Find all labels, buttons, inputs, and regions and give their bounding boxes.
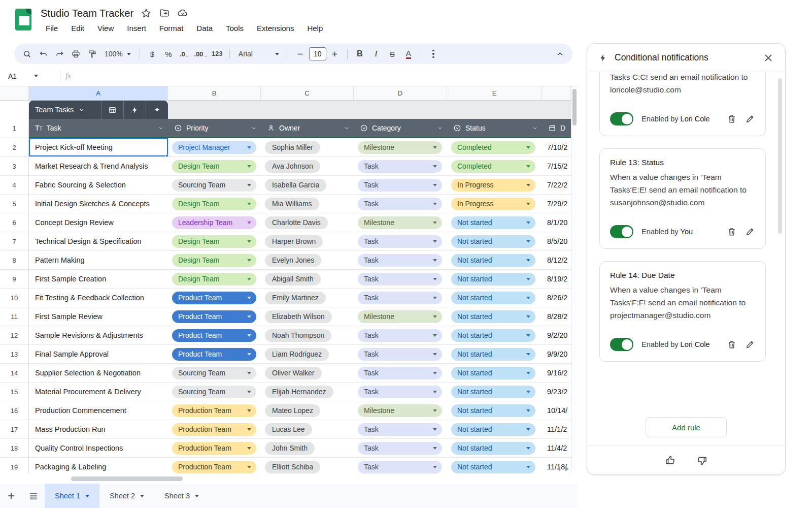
- owner-cell[interactable]: Liam Rodriguez: [261, 345, 354, 363]
- priority-cell[interactable]: Sourcing Team: [168, 383, 261, 401]
- owner-chip[interactable]: Evelyn Jones: [265, 254, 321, 267]
- percent-format-button[interactable]: %: [161, 46, 176, 61]
- due-date-cell[interactable]: 8/28/2: [542, 307, 571, 326]
- name-box[interactable]: A1: [0, 72, 55, 80]
- category-chip[interactable]: Task: [358, 348, 442, 361]
- table-name[interactable]: Team Tasks: [29, 101, 101, 119]
- row-number[interactable]: 3: [0, 157, 29, 175]
- status-chip[interactable]: Not started: [451, 216, 535, 229]
- row-number[interactable]: 10: [0, 289, 29, 307]
- task-cell[interactable]: Quality Control Inspections: [29, 439, 168, 457]
- owner-chip[interactable]: Elijah Hernandez: [265, 386, 333, 398]
- status-chip[interactable]: Completed: [451, 141, 535, 154]
- paint-format-icon[interactable]: [84, 46, 99, 61]
- priority-cell[interactable]: Product Team: [168, 326, 261, 344]
- task-cell[interactable]: Technical Design & Specification: [29, 232, 168, 250]
- fill-handle[interactable]: [165, 154, 168, 156]
- task-cell[interactable]: Project Kick-off Meeting: [29, 138, 168, 156]
- status-cell[interactable]: Not started: [447, 439, 542, 457]
- category-cell[interactable]: Milestone: [354, 138, 447, 156]
- priority-chip[interactable]: Production Team: [172, 423, 256, 436]
- status-cell[interactable]: Not started: [447, 401, 542, 420]
- all-sheets-icon[interactable]: [22, 484, 45, 508]
- task-cell[interactable]: Fit Testing & Feedback Collection: [29, 289, 168, 307]
- vertical-scrollbar-thumb[interactable]: [572, 89, 577, 125]
- priority-cell[interactable]: Design Team: [168, 270, 261, 288]
- priority-chip[interactable]: Production Team: [172, 442, 256, 455]
- vertical-scrollbar[interactable]: [571, 86, 577, 473]
- category-cell[interactable]: Task: [354, 176, 447, 194]
- header-owner[interactable]: Owner: [261, 119, 354, 138]
- owner-cell[interactable]: Lucas Lee: [261, 420, 354, 438]
- priority-cell[interactable]: Production Team: [168, 458, 261, 473]
- category-chip[interactable]: Task: [358, 273, 442, 285]
- header-priority[interactable]: Priority: [168, 119, 261, 138]
- status-cell[interactable]: In Progress: [447, 195, 542, 213]
- due-date-cell[interactable]: 8/26/2: [542, 289, 571, 307]
- due-date-cell[interactable]: 8/5/20: [542, 232, 571, 250]
- table-view-icon[interactable]: [101, 101, 123, 119]
- category-chip[interactable]: Task: [358, 235, 442, 248]
- row-number[interactable]: 4: [0, 176, 29, 194]
- row-number[interactable]: 13: [0, 345, 29, 363]
- row-number[interactable]: 12: [0, 326, 29, 344]
- category-chip[interactable]: Task: [358, 329, 442, 342]
- owner-cell[interactable]: Elizabeth Wilson: [261, 307, 354, 326]
- due-date-cell[interactable]: 11/1/2: [542, 420, 571, 438]
- category-cell[interactable]: Task: [354, 420, 447, 438]
- due-date-cell[interactable]: 9/16/2: [542, 364, 571, 382]
- category-chip[interactable]: Task: [358, 367, 442, 379]
- status-chip[interactable]: Not started: [451, 386, 535, 398]
- category-chip[interactable]: Task: [358, 423, 442, 436]
- strikethrough-button[interactable]: S: [385, 46, 400, 61]
- zoom-control[interactable]: 100%: [100, 50, 135, 58]
- edit-icon[interactable]: [745, 114, 755, 124]
- row-number[interactable]: 19: [0, 458, 29, 473]
- task-cell[interactable]: Production Commencement: [29, 401, 168, 420]
- category-chip[interactable]: Task: [358, 198, 442, 210]
- row-number[interactable]: 11: [0, 307, 29, 326]
- column-header-D[interactable]: D: [354, 86, 447, 101]
- category-cell[interactable]: Task: [354, 364, 447, 382]
- owner-cell[interactable]: Abigail Smith: [261, 270, 354, 288]
- status-chip[interactable]: Completed: [451, 160, 535, 173]
- status-cell[interactable]: Not started: [447, 213, 542, 232]
- due-date-cell[interactable]: 10/14/: [542, 401, 571, 420]
- row-number[interactable]: 1: [0, 119, 29, 138]
- owner-cell[interactable]: Harper Brown: [261, 232, 354, 250]
- category-chip[interactable]: Task: [358, 160, 442, 173]
- status-cell[interactable]: Not started: [447, 364, 542, 382]
- add-sheet-button[interactable]: +: [0, 484, 22, 508]
- priority-chip[interactable]: Production Team: [172, 404, 256, 417]
- status-cell[interactable]: Completed: [447, 157, 542, 175]
- owner-chip[interactable]: Noah Thompson: [265, 329, 331, 342]
- owner-chip[interactable]: Ava Johnson: [265, 160, 320, 173]
- horizontal-scrollbar[interactable]: [0, 473, 577, 484]
- task-cell[interactable]: Material Procurement & Delivery: [29, 383, 168, 401]
- priority-chip[interactable]: Sourcing Team: [172, 367, 256, 379]
- horizontal-scrollbar-thumb[interactable]: [71, 477, 183, 481]
- owner-chip[interactable]: Sophia Miller: [265, 141, 320, 154]
- task-cell[interactable]: Final Sample Approval: [29, 345, 168, 363]
- category-cell[interactable]: Task: [354, 270, 447, 288]
- row-number[interactable]: 9: [0, 270, 29, 288]
- task-cell[interactable]: Sample Revisions & Adjustments: [29, 326, 168, 344]
- category-chip[interactable]: Milestone: [358, 404, 442, 417]
- owner-cell[interactable]: Mateo Lopez: [261, 401, 354, 420]
- collapse-toolbar-icon[interactable]: [552, 46, 567, 61]
- print-icon[interactable]: [68, 46, 83, 61]
- owner-chip[interactable]: Lucas Lee: [265, 423, 312, 436]
- due-date-cell[interactable]: 11/4/2: [542, 439, 571, 457]
- priority-chip[interactable]: Sourcing Team: [172, 179, 256, 192]
- automation-bolt-icon[interactable]: [123, 101, 146, 119]
- category-chip[interactable]: Milestone: [358, 141, 442, 154]
- priority-chip[interactable]: Product Team: [172, 329, 256, 342]
- status-cell[interactable]: Not started: [447, 420, 542, 438]
- owner-chip[interactable]: Mia Williams: [265, 198, 319, 210]
- status-cell[interactable]: Not started: [447, 232, 542, 250]
- rule-toggle[interactable]: [610, 225, 633, 238]
- row-number[interactable]: 2: [0, 138, 29, 156]
- search-icon[interactable]: [19, 46, 35, 61]
- category-chip[interactable]: Milestone: [358, 310, 442, 323]
- menu-data[interactable]: Data: [191, 22, 218, 34]
